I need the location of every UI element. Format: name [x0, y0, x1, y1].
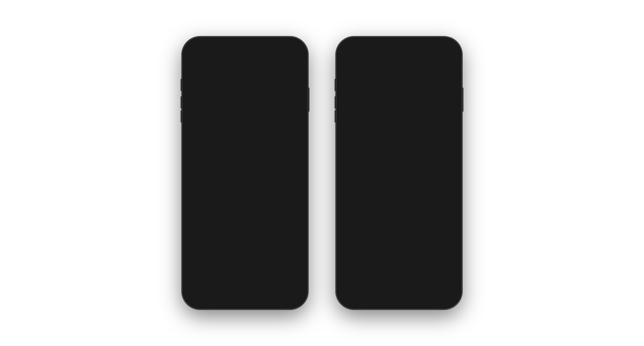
sheet-item-male-15[interactable]: Male 15 Handicap	[186, 248, 304, 266]
sheet-item-lpga-average[interactable]: LPGA TOUR - Average✓	[340, 128, 458, 146]
sheet-list-2: LPGA TOUR - Top 25 PlayersLPGA TOUR - Av…	[340, 110, 458, 298]
wifi-icon-1: ⊛	[275, 52, 279, 57]
item-label: Female 10 Handicap	[347, 241, 399, 247]
back-button-1[interactable]: ‹ Back	[192, 64, 206, 71]
sheet-item-tour-top25[interactable]: TOUR - Top 25 Players	[340, 253, 458, 271]
item-label: TOUR - Average	[193, 129, 234, 135]
item-label: Male Scratch Handicap	[193, 200, 251, 207]
checkmark-icon: ✓	[292, 129, 297, 135]
plus-icon-1[interactable]: ⊕	[294, 64, 298, 71]
island-dot-2	[407, 50, 410, 52]
island-dot-1	[253, 50, 256, 52]
bell-icon-1[interactable]: ✉	[283, 64, 287, 71]
sheet-item-male-5[interactable]: Male 5 Handicap	[186, 212, 304, 230]
search-icon-2[interactable]: ⚲	[413, 64, 417, 71]
phone-2-screen: 10:19 ⊛ 84	[340, 41, 458, 305]
tab-bar-2: Display Preferences	[340, 75, 458, 91]
sheet-item-tour-average[interactable]: TOUR - Average✓	[186, 123, 304, 141]
item-label: Female Plus Handicap	[347, 188, 404, 194]
sheet-item-female-10[interactable]: Female 10 Handicap	[340, 236, 458, 253]
sheet-item-tour-top25[interactable]: TOUR - Top 25 Players	[186, 105, 304, 123]
sheet-item-male-d1[interactable]: Male D1 College	[186, 159, 304, 177]
phone-1: 10:09 ⊛ 86	[182, 37, 308, 309]
status-icons-2: ⊛ 84	[421, 52, 448, 57]
chevron-icon-1: ‹	[192, 64, 194, 71]
item-label: TOUR - Top 25 Players	[193, 111, 251, 117]
back-label-2: Back	[349, 65, 360, 70]
back-label-1: Back	[195, 65, 206, 70]
bottom-sheet-2: ✕ LPGA TOUR - Top 25 PlayersLPGA TOUR - …	[340, 102, 458, 305]
item-label: Male Plus Handicap	[193, 182, 243, 189]
sheet-handle-area-1: ✕	[186, 97, 304, 105]
item-label: LPGA TOUR - Top 25 Players	[347, 116, 421, 122]
island-camera-1	[258, 49, 261, 53]
sheet-item-male-10[interactable]: Male 10 Handicap	[186, 230, 304, 248]
item-label: Male 10 Handicap	[193, 236, 238, 242]
plus-icon-2[interactable]: ⊕	[448, 64, 452, 71]
status-time-1: 10:09	[196, 51, 210, 57]
nav-icons-1: ⚲ 👤 ✉ ⊕	[259, 64, 298, 71]
status-time-2: 10:19	[350, 51, 364, 57]
checkmark-icon: ✓	[446, 134, 451, 140]
search-icon-1[interactable]: ⚲	[259, 64, 263, 71]
sheet-handle-2	[393, 106, 405, 107]
profile-icon-2[interactable]: 👤	[424, 64, 430, 71]
profile-icon-1[interactable]: 👤	[270, 64, 276, 71]
back-button-2[interactable]: ‹ Back	[346, 64, 360, 71]
home-indicator-1	[224, 301, 266, 302]
battery-2: 84	[435, 52, 448, 57]
sheet-item-lpga-top25[interactable]: LPGA TOUR - Top 25 Players	[186, 266, 304, 283]
wifi-icon-2: ⊛	[429, 52, 433, 57]
chevron-icon-2: ‹	[346, 64, 348, 71]
sheet-item-tour-average[interactable]: TOUR - Average	[340, 271, 458, 289]
battery-percent-1: 86	[289, 52, 294, 57]
sheet-item-female-plus-handicap[interactable]: Female Plus Handicap	[340, 182, 458, 200]
sheet-item-female-d1-top25[interactable]: Female D1 College - Top 25 Players	[340, 146, 458, 164]
sheet-item-lpga-top25[interactable]: LPGA TOUR - Top 25 Players	[340, 110, 458, 128]
page-title-1: Display Preferences	[193, 81, 297, 90]
sheet-list-1: TOUR - Top 25 PlayersTOUR - Average✓Male…	[186, 105, 304, 298]
item-label: Male 15 Handicap	[193, 254, 238, 260]
status-icons-1: ⊛ 86	[267, 52, 294, 57]
battery-percent-2: 84	[443, 52, 448, 57]
sheet-item-female-scratch[interactable]: Female Scratch Handicap	[340, 200, 458, 218]
nav-bar-1: ‹ Back ⚲ 👤 ✉ ⊕	[186, 60, 304, 75]
nav-bar-2: ‹ Back ⚲ 👤 ✉ ⊕	[340, 60, 458, 75]
item-label: Female D1 College	[347, 170, 395, 176]
sheet-item-female-5[interactable]: Female 5 Handicap	[340, 218, 458, 236]
sheet-item-male-plus-handicap[interactable]: Male Plus Handicap	[186, 177, 304, 195]
dynamic-island-2	[380, 46, 418, 56]
close-button-1[interactable]: ✕	[290, 97, 299, 105]
close-button-2[interactable]: ✕	[444, 102, 453, 110]
item-label: LPGA TOUR - Average	[347, 134, 405, 140]
signal-icon-2	[421, 52, 427, 57]
sheet-handle-area-2: ✕	[340, 102, 458, 110]
home-indicator-2	[378, 301, 420, 302]
sheet-item-female-d1[interactable]: Female D1 College	[340, 164, 458, 182]
sheet-handle-1	[239, 100, 251, 102]
item-label: Female D1 College - Top 25 Players	[347, 152, 437, 158]
phone-2: 10:19 ⊛ 84	[336, 37, 462, 309]
tab-display-preferences[interactable]: Display Preferences	[347, 78, 391, 91]
item-label: LPGA TOUR - Top 25 Players	[193, 272, 267, 278]
sheet-item-male-d1-top25[interactable]: Male D1 College - Top 25 Players	[186, 141, 304, 159]
island-camera-2	[412, 49, 415, 53]
item-label: Female 5 Handicap	[347, 223, 396, 230]
item-label: Male 5 Handicap	[193, 218, 235, 224]
item-label: Male D1 College	[193, 165, 234, 171]
item-label: TOUR - Top 25 Players	[347, 259, 405, 265]
nav-icons-2: ⚲ 👤 ✉ ⊕	[413, 64, 452, 71]
signal-icon-1	[267, 52, 273, 57]
bottom-sheet-1: ✕ TOUR - Top 25 PlayersTOUR - Average✓Ma…	[186, 97, 304, 305]
battery-1: 86	[281, 52, 294, 57]
tab-label-2: Display Preferences	[347, 81, 391, 87]
page-header-1: Display Preferences	[186, 75, 304, 95]
dynamic-island-1	[226, 46, 264, 56]
sheet-item-male-scratch[interactable]: Male Scratch Handicap	[186, 195, 304, 212]
phone-1-screen: 10:09 ⊛ 86	[186, 41, 304, 305]
item-label: Female Scratch Handicap	[347, 206, 412, 212]
item-label: TOUR - Average	[347, 277, 388, 283]
item-label: Male D1 College - Top 25 Players	[193, 147, 276, 153]
bell-icon-2[interactable]: ✉	[437, 64, 441, 71]
